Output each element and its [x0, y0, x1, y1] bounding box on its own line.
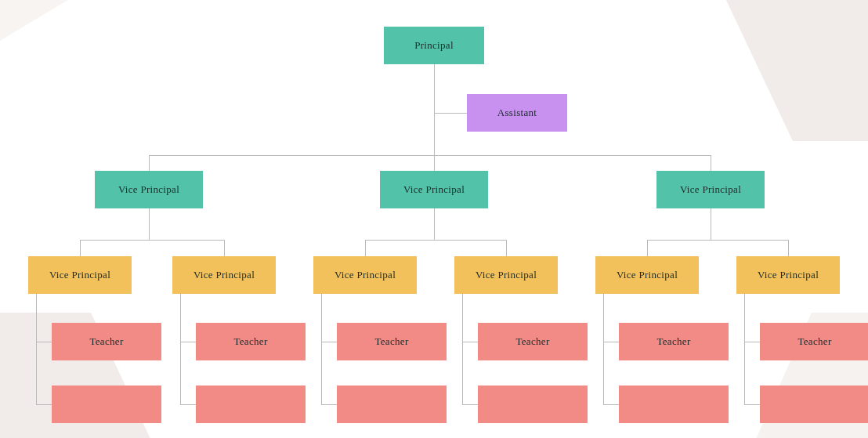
- node-teacher-2b: [196, 386, 306, 423]
- connector: [224, 240, 225, 256]
- connector: [80, 240, 81, 256]
- connector: [462, 404, 478, 405]
- node-vp-3: Vice Principal: [656, 171, 765, 208]
- connector: [434, 64, 435, 155]
- node-principal: Principal: [384, 27, 484, 64]
- node-vp-2: Vice Principal: [380, 171, 488, 208]
- node-teacher-2: Teacher: [196, 323, 306, 360]
- connector: [744, 342, 760, 342]
- node-teacher-5b: [619, 386, 729, 423]
- connector: [365, 240, 506, 241]
- connector: [603, 404, 619, 405]
- node-teacher-1: Teacher: [52, 323, 161, 360]
- node-vp-1a: Vice Principal: [28, 256, 132, 294]
- node-teacher-6b: [760, 386, 868, 423]
- connector: [506, 240, 507, 256]
- connector: [788, 240, 789, 256]
- node-vp-3b: Vice Principal: [736, 256, 840, 294]
- node-teacher-4: Teacher: [478, 323, 588, 360]
- node-assistant: Assistant: [467, 94, 567, 132]
- connector: [744, 404, 760, 405]
- node-teacher-4b: [478, 386, 588, 423]
- connector: [36, 342, 52, 342]
- node-teacher-1b: [52, 386, 161, 423]
- connector: [180, 294, 181, 404]
- bg-shape-top-right: [711, 0, 868, 141]
- connector: [603, 294, 604, 404]
- node-vp-1b: Vice Principal: [172, 256, 276, 294]
- node-teacher-6: Teacher: [760, 323, 868, 360]
- connector: [711, 208, 711, 240]
- connector: [80, 240, 225, 241]
- connector: [36, 404, 52, 405]
- connector: [434, 113, 467, 114]
- connector: [36, 294, 37, 404]
- connector: [434, 155, 435, 171]
- connector: [321, 342, 337, 342]
- node-teacher-3: Teacher: [337, 323, 447, 360]
- connector: [149, 155, 150, 171]
- connector: [321, 404, 337, 405]
- node-vp-2a: Vice Principal: [313, 256, 417, 294]
- connector: [365, 240, 366, 256]
- node-vp-2b: Vice Principal: [454, 256, 558, 294]
- connector: [321, 294, 322, 404]
- node-vp-1: Vice Principal: [95, 171, 203, 208]
- connector: [149, 208, 150, 240]
- connector: [462, 294, 463, 404]
- connector: [149, 155, 711, 156]
- node-teacher-5: Teacher: [619, 323, 729, 360]
- connector: [603, 342, 619, 342]
- connector: [711, 155, 711, 171]
- bg-shape-top-left: [0, 0, 94, 78]
- node-teacher-3b: [337, 386, 447, 423]
- connector: [434, 208, 435, 240]
- connector: [647, 240, 648, 256]
- connector: [180, 404, 196, 405]
- connector: [647, 240, 788, 241]
- node-vp-3a: Vice Principal: [595, 256, 699, 294]
- connector: [462, 342, 478, 342]
- connector: [744, 294, 745, 404]
- connector: [180, 342, 196, 342]
